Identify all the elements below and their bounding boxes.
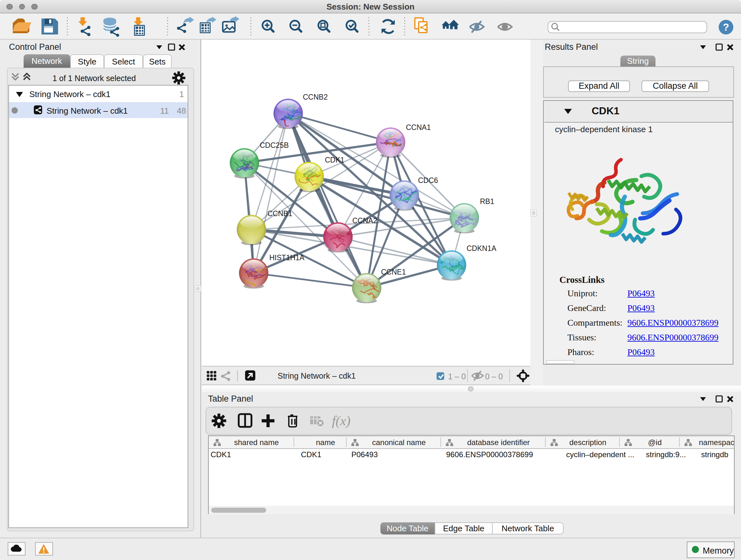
svg-text:CDC6: CDC6 xyxy=(418,176,438,185)
svg-text:f(x): f(x) xyxy=(332,414,350,428)
svg-text:RB1: RB1 xyxy=(480,197,494,206)
svg-text:CDK1: CDK1 xyxy=(325,156,344,164)
svg-text:HIST1H1A: HIST1H1A xyxy=(269,253,305,262)
svg-text:CCNA1: CCNA1 xyxy=(406,123,431,132)
svg-text:CCNB2: CCNB2 xyxy=(303,93,328,101)
svg-text:CCNE1: CCNE1 xyxy=(381,268,406,276)
svg-text:CCNB1: CCNB1 xyxy=(267,209,292,218)
svg-text:CCNA2: CCNA2 xyxy=(352,216,377,225)
svg-text:CDC25B: CDC25B xyxy=(260,141,289,149)
svg-text:CDKN1A: CDKN1A xyxy=(467,244,496,253)
